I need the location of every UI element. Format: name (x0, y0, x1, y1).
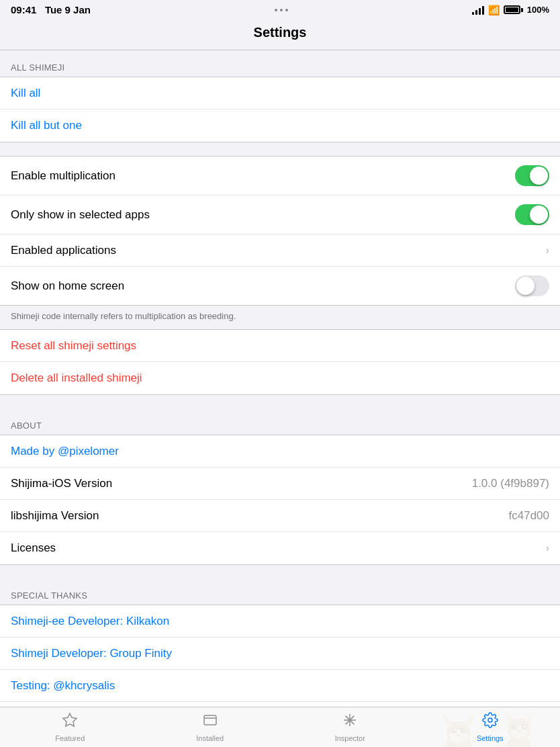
made-by-cell[interactable]: Made by @pixelomer (0, 435, 560, 468)
enable-multiplication-toggle[interactable] (515, 165, 549, 186)
about-section: ABOUT Made by @pixelomer Shijima-iOS Ver… (0, 408, 560, 565)
status-time: 09:41 (11, 4, 36, 15)
tab-featured-label: Featured (55, 734, 85, 742)
svg-marker-64 (63, 713, 77, 726)
chevron-icon: › (546, 245, 549, 257)
settings-section: Enable multiplication Only show in selec… (0, 156, 560, 329)
special-thanks-label-2: Testing: @khcrysalis (11, 679, 115, 693)
settings-icon (482, 712, 498, 732)
dot-1 (275, 9, 277, 11)
page-title: Settings (254, 25, 307, 40)
svg-rect-65 (204, 715, 216, 725)
made-by-label: Made by @pixelomer (11, 445, 119, 458)
only-show-selected-apps-cell: Only show in selected apps (0, 195, 560, 234)
spacer-1 (0, 142, 560, 156)
enable-multiplication-cell: Enable multiplication (0, 157, 560, 195)
special-thanks-label-0: Shimeji-ee Developer: Kilkakon (11, 615, 169, 628)
dot-2 (280, 9, 283, 11)
signal-icon (472, 5, 484, 15)
status-time-date: 09:41 Tue 9 Jan (11, 4, 91, 15)
danger-group: Reset all shimeji settings Delete all in… (0, 329, 560, 395)
show-on-home-screen-cell: Show on home screen (0, 267, 560, 305)
tab-installed[interactable]: Installed (140, 707, 281, 747)
tab-installed-label: Installed (196, 734, 224, 742)
wifi-icon: 📶 (488, 5, 500, 15)
spacer-3 (0, 565, 560, 578)
all-shimeji-group: Kill all Kill all but one (0, 77, 560, 142)
only-show-selected-apps-toggle[interactable] (515, 204, 549, 225)
status-right: 📶 100% (472, 5, 549, 15)
special-thanks-0[interactable]: Shimeji-ee Developer: Kilkakon (0, 605, 560, 638)
tab-settings-label: Settings (477, 734, 504, 742)
status-bar: 09:41 Tue 9 Jan 📶 100% (0, 0, 560, 18)
danger-section: Reset all shimeji settings Delete all in… (0, 329, 560, 395)
settings-footer: Shimeji code internally refers to multip… (0, 306, 560, 329)
enabled-applications-value: › (546, 245, 549, 257)
installed-icon (202, 712, 218, 732)
kill-all-but-one-cell[interactable]: Kill all but one (0, 109, 560, 142)
all-shimeji-section: ALL SHIMEJI Kill all Kill all but one (0, 50, 560, 142)
delete-all-label: Delete all installed shimeji (11, 371, 142, 385)
spacer-2 (0, 395, 560, 408)
kill-all-label: Kill all (11, 87, 40, 100)
libshijima-version-value: fc47d00 (509, 509, 550, 523)
svg-point-71 (488, 718, 492, 722)
delete-all-cell[interactable]: Delete all installed shimeji (0, 362, 560, 394)
status-date: Tue 9 Jan (45, 4, 91, 15)
libshijima-version-label: libshijima Version (11, 509, 99, 523)
kill-all-cell[interactable]: Kill all (0, 77, 560, 109)
about-header: ABOUT (0, 408, 560, 435)
licenses-cell[interactable]: Licenses › (0, 532, 560, 564)
shijima-version-value: 1.0.0 (4f9b897) (472, 477, 549, 490)
reset-all-label: Reset all shimeji settings (11, 339, 136, 353)
battery-percent: 100% (527, 5, 549, 15)
inspector-icon (342, 712, 358, 732)
shijima-version-cell: Shijima-iOS Version 1.0.0 (4f9b897) (0, 468, 560, 500)
licenses-chevron-icon: › (546, 542, 549, 554)
page-header: Settings (0, 18, 560, 50)
tab-bar: Featured Installed Inspector (0, 707, 560, 747)
licenses-label: Licenses (11, 541, 56, 555)
all-shimeji-header: ALL SHIMEJI (0, 50, 560, 77)
tab-inspector-label: Inspector (335, 734, 365, 742)
show-on-home-screen-label: Show on home screen (11, 279, 124, 293)
reset-all-cell[interactable]: Reset all shimeji settings (0, 330, 560, 362)
battery-icon (504, 5, 523, 14)
kill-all-but-one-label: Kill all but one (11, 119, 82, 132)
enabled-applications-cell[interactable]: Enabled applications › (0, 234, 560, 267)
licenses-chevron: › (546, 542, 549, 554)
enable-multiplication-label: Enable multiplication (11, 169, 115, 183)
show-on-home-screen-toggle[interactable] (515, 275, 549, 296)
tab-featured[interactable]: Featured (0, 707, 140, 747)
shijima-version-label: Shijima-iOS Version (11, 477, 112, 490)
about-group: Made by @pixelomer Shijima-iOS Version 1… (0, 435, 560, 565)
special-thanks-label-1: Shimeji Developer: Group Finity (11, 647, 172, 660)
libshijima-version-cell: libshijima Version fc47d00 (0, 500, 560, 532)
special-thanks-1[interactable]: Shimeji Developer: Group Finity (0, 638, 560, 670)
tab-inspector[interactable]: Inspector (280, 707, 420, 747)
featured-icon (62, 712, 78, 732)
settings-group: Enable multiplication Only show in selec… (0, 156, 560, 306)
special-thanks-2[interactable]: Testing: @khcrysalis (0, 670, 560, 702)
dot-3 (285, 9, 288, 11)
enabled-applications-label: Enabled applications (11, 244, 116, 257)
special-thanks-header: SPECIAL THANKS (0, 578, 560, 605)
tab-settings[interactable]: Settings (420, 707, 561, 747)
status-center (275, 9, 288, 11)
only-show-selected-apps-label: Only show in selected apps (11, 208, 150, 222)
